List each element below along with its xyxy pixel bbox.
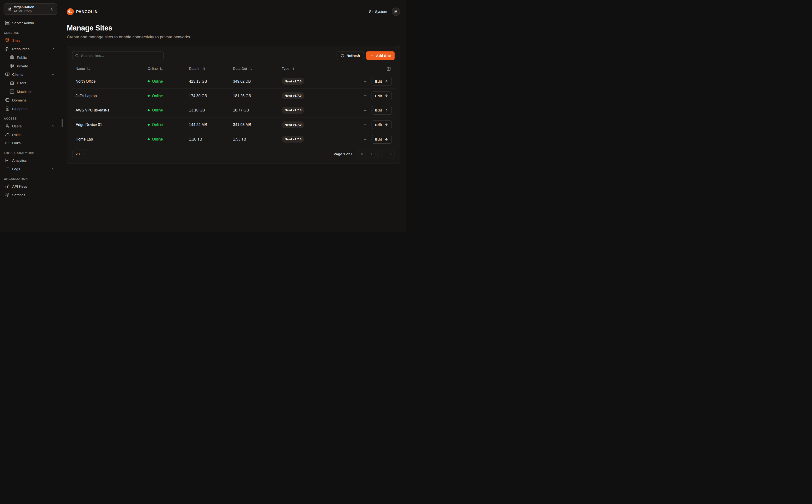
theme-label: System bbox=[375, 10, 387, 14]
first-page-button[interactable] bbox=[358, 150, 366, 158]
edit-button[interactable]: Edit bbox=[371, 120, 392, 129]
site-name: Jeff's Laptop bbox=[72, 94, 144, 98]
row-actions: Edit bbox=[356, 77, 395, 86]
edit-button[interactable]: Edit bbox=[371, 135, 392, 144]
plus-icon bbox=[370, 54, 374, 58]
search-icon bbox=[75, 54, 79, 58]
data-in-value: 174.30 GB bbox=[186, 94, 230, 98]
sidebar-item-users[interactable]: Users bbox=[4, 122, 57, 129]
sidebar-item-settings[interactable]: Settings bbox=[4, 191, 57, 198]
sidebar-nav: Server Admin GENERAL Sites Resources Pub… bbox=[4, 20, 57, 200]
sidebar-item-label: Resources bbox=[12, 47, 30, 51]
online-dot-icon bbox=[147, 80, 150, 82]
pangolin-logo bbox=[67, 8, 74, 15]
table-row: Edge Device 01 Online 144.24 MB 341.93 M… bbox=[72, 117, 395, 132]
online-dot-icon bbox=[147, 95, 150, 97]
laptop-icon bbox=[10, 81, 14, 85]
row-menu-button[interactable] bbox=[363, 93, 368, 98]
row-actions: Edit bbox=[356, 135, 395, 144]
sites-table: Name Online Data In Data Out bbox=[67, 64, 400, 146]
column-header-type[interactable]: Type bbox=[278, 67, 356, 71]
sort-icon bbox=[249, 67, 252, 70]
org-value: ACME Corp. bbox=[14, 9, 50, 13]
status-badge: Online bbox=[144, 137, 186, 141]
toolbar-actions: Refresh Add Site bbox=[337, 51, 395, 60]
page-title: Manage Sites bbox=[67, 24, 400, 32]
column-label: Type bbox=[282, 67, 289, 71]
sidebar-item-private[interactable]: Private bbox=[4, 62, 57, 69]
sidebar: Organization ACME Corp. Server Admin GEN… bbox=[0, 0, 61, 232]
sidebar-item-sites[interactable]: Sites bbox=[4, 37, 57, 44]
sidebar-item-analytics[interactable]: Analytics bbox=[4, 157, 57, 164]
page-head: Manage Sites Create and manage sites to … bbox=[67, 24, 400, 39]
clients-subgroup: Users Machines bbox=[4, 80, 57, 97]
column-label: Name bbox=[76, 67, 85, 71]
page-size-select[interactable]: 20 bbox=[72, 150, 88, 158]
sidebar-item-label: Users bbox=[12, 124, 22, 128]
sidebar-item-links[interactable]: Links bbox=[4, 140, 57, 146]
sidebar-item-label: Settings bbox=[12, 193, 25, 197]
sidebar-item-server-admin[interactable]: Server Admin bbox=[4, 20, 57, 26]
refresh-button[interactable]: Refresh bbox=[337, 51, 364, 60]
status-badge: Online bbox=[144, 123, 186, 127]
avatar[interactable]: M bbox=[392, 8, 400, 16]
column-header-data-out[interactable]: Data Out bbox=[230, 67, 278, 71]
sidebar-item-resources[interactable]: Resources bbox=[4, 45, 57, 52]
globe-lock-icon bbox=[10, 64, 14, 68]
prev-page-button[interactable] bbox=[368, 150, 376, 158]
sidebar-item-label: Analytics bbox=[12, 158, 27, 162]
page-subtitle: Create and manage sites to enable connec… bbox=[67, 35, 400, 40]
next-page-button[interactable] bbox=[377, 150, 385, 158]
theme-toggle[interactable]: System bbox=[369, 10, 387, 14]
sidebar-item-label: Machines bbox=[17, 90, 32, 93]
sidebar-item-public[interactable]: Public bbox=[4, 54, 57, 61]
columns-icon bbox=[387, 67, 391, 71]
column-header-online[interactable]: Online bbox=[144, 67, 186, 71]
edit-label: Edit bbox=[375, 94, 382, 98]
section-label-logs-analytics: LOGS & ANALYTICS bbox=[4, 151, 57, 155]
table-row: Home Lab Online 1.20 TB 1.53 TB Newt v1.… bbox=[72, 132, 395, 146]
column-header-name[interactable]: Name bbox=[72, 67, 144, 71]
section-label-access: ACCESS bbox=[4, 117, 57, 120]
site-name: Home Lab bbox=[72, 137, 144, 141]
card-toolbar: Refresh Add Site bbox=[67, 51, 400, 60]
chart-line-icon bbox=[5, 158, 10, 162]
sidebar-item-domains[interactable]: Domains bbox=[4, 96, 57, 103]
receipt-icon bbox=[5, 106, 10, 111]
sidebar-item-roles[interactable]: Roles bbox=[4, 131, 57, 138]
sidebar-item-blueprints[interactable]: Blueprints bbox=[4, 105, 57, 112]
sidebar-item-logs[interactable]: Logs bbox=[4, 165, 57, 172]
sidebar-item-client-users[interactable]: Users bbox=[4, 80, 57, 86]
add-site-button[interactable]: Add Site bbox=[366, 51, 395, 60]
pagination: 20 Page 1 of 1 bbox=[72, 150, 395, 158]
last-page-button[interactable] bbox=[387, 150, 395, 158]
chevron-down-icon bbox=[51, 167, 55, 171]
columns-view-button[interactable] bbox=[356, 67, 395, 71]
section-label-organization: ORGANIZATION bbox=[4, 177, 57, 180]
sidebar-item-api-keys[interactable]: API Keys bbox=[4, 183, 57, 190]
row-menu-button[interactable] bbox=[363, 108, 368, 113]
row-menu-button[interactable] bbox=[363, 79, 368, 84]
org-selector[interactable]: Organization ACME Corp. bbox=[4, 3, 57, 15]
edit-button[interactable]: Edit bbox=[371, 77, 392, 86]
sidebar-item-clients[interactable]: Clients bbox=[4, 71, 57, 78]
logs-icon bbox=[5, 167, 10, 171]
sidebar-scrollbar[interactable] bbox=[62, 119, 63, 127]
type-cell: Newt v1.7.0 bbox=[278, 121, 356, 128]
edit-button[interactable]: Edit bbox=[371, 91, 392, 100]
column-header-data-in[interactable]: Data In bbox=[186, 67, 230, 71]
status-badge: Online bbox=[144, 79, 186, 83]
chevron-down-icon bbox=[82, 152, 86, 156]
topbar: PANGOLIN System M bbox=[67, 5, 400, 18]
sidebar-item-machines[interactable]: Machines bbox=[4, 88, 57, 95]
edit-button[interactable]: Edit bbox=[371, 106, 392, 115]
sort-icon bbox=[160, 67, 163, 70]
globe-icon bbox=[10, 55, 14, 59]
row-menu-button[interactable] bbox=[363, 122, 368, 127]
row-menu-button[interactable] bbox=[363, 137, 368, 142]
route-icon bbox=[5, 47, 10, 51]
chevron-up-icon bbox=[51, 47, 55, 51]
org-selector-text: Organization ACME Corp. bbox=[14, 5, 50, 13]
search-input[interactable] bbox=[81, 54, 161, 58]
status-label: Online bbox=[152, 79, 163, 83]
